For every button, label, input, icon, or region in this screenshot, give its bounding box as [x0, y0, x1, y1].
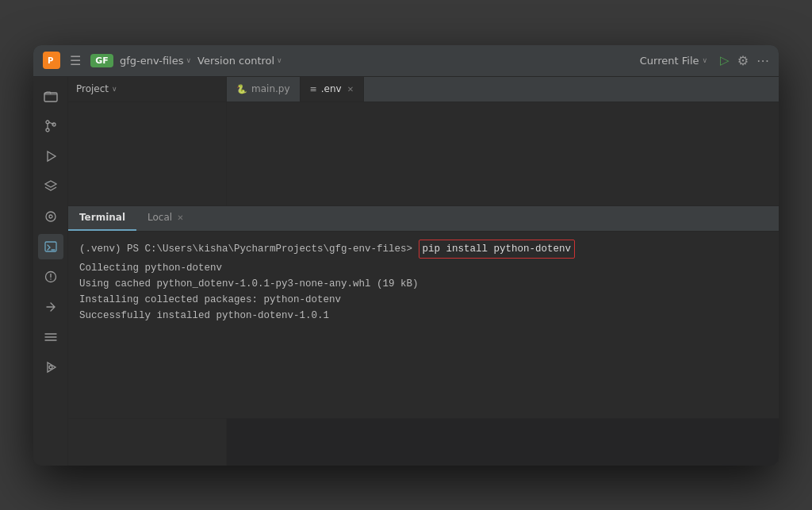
terminal-output-line3: Installing collected packages: python-do…	[79, 292, 768, 308]
title-bar-actions: ▷ ⚙ ⋯	[720, 53, 769, 68]
user-badge: GF	[90, 54, 113, 67]
project-panel	[68, 102, 227, 205]
terminal-section: Terminal Local ✕ (.venv) PS C:\Users\kis…	[68, 205, 779, 466]
terminal-content[interactable]: (.venv) PS C:\Users\kisha\PycharmProject…	[68, 232, 779, 418]
tab-close-env[interactable]: ✕	[347, 85, 354, 94]
problems-sidebar-icon[interactable]	[38, 264, 63, 290]
debug-run-button[interactable]: ⚙	[737, 53, 749, 68]
python-file-icon: 🐍	[236, 84, 247, 94]
terminal-prompt: (.venv) PS C:\Users\kisha\PycharmProject…	[79, 241, 412, 257]
hamburger-menu[interactable]: ☰	[67, 52, 84, 70]
terminal-tab-terminal[interactable]: Terminal	[68, 206, 136, 231]
terminal-prompt-line: (.venv) PS C:\Users\kisha\PycharmProject…	[79, 240, 768, 259]
svg-marker-6	[48, 151, 56, 161]
svg-point-11	[50, 278, 52, 280]
run-config-selector[interactable]: Current File ∨	[640, 55, 707, 67]
tab-main-py[interactable]: 🐍 main.py	[227, 77, 301, 102]
terminal-output-line1: Collecting python-dotenv	[79, 260, 768, 276]
svg-text:P: P	[48, 56, 53, 65]
editor-row	[68, 102, 779, 205]
terminal-local-close[interactable]: ✕	[177, 213, 183, 222]
vcs-menu[interactable]: Version control ∨	[197, 55, 282, 67]
debug-sidebar-icon[interactable]	[38, 204, 63, 229]
project-panel-chevron: ∨	[112, 85, 117, 93]
project-label: Project	[76, 83, 109, 94]
main-layout: Project ∨ 🐍 main.py ≡ .env ✕	[33, 77, 779, 466]
env-file-icon: ≡	[310, 84, 317, 94]
stream-sidebar-icon[interactable]	[38, 355, 63, 380]
project-name[interactable]: gfg-env-files ∨	[120, 55, 191, 67]
sidebar-icons	[33, 77, 68, 466]
svg-point-7	[46, 212, 56, 221]
vcs-chevron: ∨	[277, 56, 282, 64]
ide-window: P ☰ GF gfg-env-files ∨ Version control ∨…	[33, 45, 779, 466]
title-bar: P ☰ GF gfg-env-files ∨ Version control ∨…	[33, 45, 779, 77]
tab-env[interactable]: ≡ .env ✕	[301, 77, 365, 102]
run-sidebar-icon[interactable]	[38, 144, 63, 169]
svg-point-4	[46, 128, 49, 132]
git2-sidebar-icon[interactable]	[38, 294, 63, 320]
pycharm-logo: P	[43, 52, 60, 69]
folder-icon[interactable]	[38, 83, 63, 109]
right-panel-bottom	[227, 418, 779, 466]
project-panel-header[interactable]: Project ∨	[68, 77, 227, 102]
stack-sidebar-icon[interactable]	[38, 324, 63, 350]
run-button[interactable]: ▷	[720, 53, 730, 67]
content-area: Project ∨ 🐍 main.py ≡ .env ✕	[68, 77, 779, 466]
terminal-command: pip install python-dotenv	[419, 240, 576, 259]
editor-area[interactable]	[227, 102, 779, 205]
run-config-chevron: ∨	[703, 56, 708, 64]
git-branch-icon[interactable]	[38, 113, 63, 139]
layers-sidebar-icon[interactable]	[38, 174, 63, 199]
terminal-sidebar-icon[interactable]	[38, 234, 63, 259]
project-chevron: ∨	[186, 56, 192, 64]
left-panel-bottom	[68, 418, 227, 466]
more-actions-button[interactable]: ⋯	[756, 53, 769, 68]
svg-point-13	[49, 366, 52, 369]
terminal-output-line4: Successfully installed python-dotenv-1.0…	[79, 308, 768, 324]
tab-label-env: .env	[321, 83, 342, 94]
bottom-panels	[68, 418, 779, 466]
svg-point-8	[49, 215, 52, 218]
terminal-tab-bar: Terminal Local ✕	[68, 206, 779, 232]
terminal-tab-local[interactable]: Local ✕	[136, 206, 195, 231]
terminal-output-line2: Using cached python_dotenv-1.0.1-py3-non…	[79, 276, 768, 292]
tab-bar: Project ∨ 🐍 main.py ≡ .env ✕	[68, 77, 779, 102]
editor-panel-split: Terminal Local ✕ (.venv) PS C:\Users\kis…	[68, 102, 779, 466]
tab-label-main-py: main.py	[251, 83, 290, 94]
